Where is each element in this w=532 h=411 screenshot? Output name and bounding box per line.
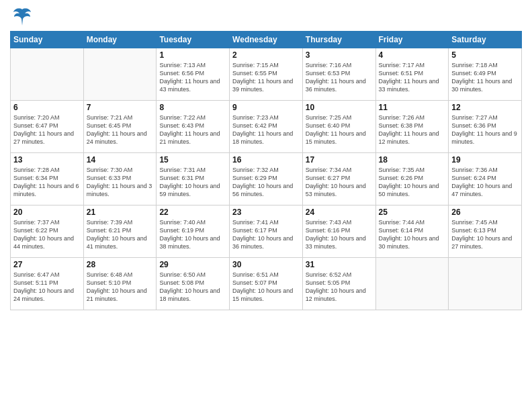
logo-bird-icon	[13, 7, 32, 27]
day-info: Sunrise: 7:44 AM Sunset: 6:14 PM Dayligh…	[379, 218, 446, 251]
day-header-monday: Monday	[83, 32, 157, 48]
day-number: 24	[306, 208, 373, 217]
calendar-week-row: 20Sunrise: 7:37 AM Sunset: 6:22 PM Dayli…	[11, 205, 522, 258]
calendar-cell: 15Sunrise: 7:31 AM Sunset: 6:31 PM Dayli…	[157, 153, 230, 205]
calendar-cell: 7Sunrise: 7:21 AM Sunset: 6:45 PM Daylig…	[83, 101, 157, 153]
calendar-cell	[449, 258, 522, 310]
day-info: Sunrise: 7:22 AM Sunset: 6:43 PM Dayligh…	[159, 113, 226, 146]
day-info: Sunrise: 6:51 AM Sunset: 5:07 PM Dayligh…	[232, 271, 300, 304]
day-number: 12	[451, 103, 519, 112]
calendar-cell: 16Sunrise: 7:32 AM Sunset: 6:29 PM Dayli…	[230, 153, 303, 205]
day-number: 11	[379, 103, 446, 112]
calendar-cell: 24Sunrise: 7:43 AM Sunset: 6:16 PM Dayli…	[302, 205, 375, 258]
day-info: Sunrise: 7:36 AM Sunset: 6:24 PM Dayligh…	[451, 166, 519, 199]
day-info: Sunrise: 7:45 AM Sunset: 6:13 PM Dayligh…	[451, 218, 519, 251]
calendar-cell: 11Sunrise: 7:26 AM Sunset: 6:38 PM Dayli…	[375, 101, 449, 153]
day-number: 6	[13, 103, 81, 112]
calendar-cell: 17Sunrise: 7:34 AM Sunset: 6:27 PM Dayli…	[302, 153, 375, 205]
calendar-cell: 25Sunrise: 7:44 AM Sunset: 6:14 PM Dayli…	[375, 205, 449, 258]
day-header-sunday: Sunday	[11, 32, 84, 48]
day-number: 20	[13, 208, 81, 217]
calendar-week-row: 6Sunrise: 7:20 AM Sunset: 6:47 PM Daylig…	[11, 101, 522, 153]
day-number: 26	[451, 208, 519, 217]
day-info: Sunrise: 7:32 AM Sunset: 6:29 PM Dayligh…	[232, 166, 300, 199]
calendar-week-row: 1Sunrise: 7:13 AM Sunset: 6:56 PM Daylig…	[11, 48, 522, 101]
day-number: 10	[306, 103, 373, 112]
calendar-cell: 10Sunrise: 7:25 AM Sunset: 6:40 PM Dayli…	[302, 101, 375, 153]
day-info: Sunrise: 7:41 AM Sunset: 6:17 PM Dayligh…	[232, 218, 300, 251]
day-number: 14	[87, 155, 154, 165]
calendar-cell	[375, 258, 449, 310]
calendar-cell: 20Sunrise: 7:37 AM Sunset: 6:22 PM Dayli…	[11, 205, 84, 258]
day-info: Sunrise: 6:47 AM Sunset: 5:11 PM Dayligh…	[13, 271, 81, 304]
day-number: 5	[451, 50, 519, 60]
day-info: Sunrise: 7:21 AM Sunset: 6:45 PM Dayligh…	[87, 113, 154, 146]
day-number: 18	[379, 155, 446, 165]
day-info: Sunrise: 7:27 AM Sunset: 6:36 PM Dayligh…	[451, 113, 519, 146]
calendar-cell: 13Sunrise: 7:28 AM Sunset: 6:34 PM Dayli…	[11, 153, 84, 205]
calendar-cell: 1Sunrise: 7:13 AM Sunset: 6:56 PM Daylig…	[157, 48, 230, 101]
calendar-cell: 12Sunrise: 7:27 AM Sunset: 6:36 PM Dayli…	[449, 101, 522, 153]
calendar-cell: 9Sunrise: 7:23 AM Sunset: 6:42 PM Daylig…	[230, 101, 303, 153]
day-info: Sunrise: 7:16 AM Sunset: 6:53 PM Dayligh…	[306, 61, 373, 94]
day-number: 1	[159, 50, 226, 60]
calendar-cell	[11, 48, 84, 101]
calendar-cell: 19Sunrise: 7:36 AM Sunset: 6:24 PM Dayli…	[449, 153, 522, 205]
day-number: 22	[159, 208, 226, 217]
calendar-cell: 6Sunrise: 7:20 AM Sunset: 6:47 PM Daylig…	[11, 101, 84, 153]
calendar-cell: 31Sunrise: 6:52 AM Sunset: 5:05 PM Dayli…	[302, 258, 375, 310]
page-header	[10, 7, 522, 27]
day-info: Sunrise: 7:34 AM Sunset: 6:27 PM Dayligh…	[306, 166, 373, 199]
day-number: 9	[232, 103, 300, 112]
calendar-cell: 27Sunrise: 6:47 AM Sunset: 5:11 PM Dayli…	[11, 258, 84, 310]
day-info: Sunrise: 6:50 AM Sunset: 5:08 PM Dayligh…	[159, 271, 226, 304]
day-info: Sunrise: 7:37 AM Sunset: 6:22 PM Dayligh…	[13, 218, 81, 251]
calendar-table: SundayMondayTuesdayWednesdayThursdayFrid…	[10, 31, 522, 310]
day-info: Sunrise: 7:43 AM Sunset: 6:16 PM Dayligh…	[306, 218, 373, 251]
calendar-cell: 29Sunrise: 6:50 AM Sunset: 5:08 PM Dayli…	[157, 258, 230, 310]
day-number: 21	[87, 208, 154, 217]
day-info: Sunrise: 7:30 AM Sunset: 6:33 PM Dayligh…	[87, 166, 154, 199]
day-number: 8	[159, 103, 226, 112]
day-number: 31	[306, 260, 373, 269]
calendar-cell: 26Sunrise: 7:45 AM Sunset: 6:13 PM Dayli…	[449, 205, 522, 258]
day-number: 23	[232, 208, 300, 217]
day-info: Sunrise: 7:35 AM Sunset: 6:26 PM Dayligh…	[379, 166, 446, 199]
calendar-cell: 4Sunrise: 7:17 AM Sunset: 6:51 PM Daylig…	[375, 48, 449, 101]
day-number: 4	[379, 50, 446, 60]
calendar-week-row: 13Sunrise: 7:28 AM Sunset: 6:34 PM Dayli…	[11, 153, 522, 205]
day-number: 17	[306, 155, 373, 165]
day-info: Sunrise: 7:18 AM Sunset: 6:49 PM Dayligh…	[451, 61, 519, 94]
day-number: 7	[87, 103, 154, 112]
day-info: Sunrise: 7:20 AM Sunset: 6:47 PM Dayligh…	[13, 113, 81, 146]
day-number: 28	[87, 260, 154, 269]
day-info: Sunrise: 7:26 AM Sunset: 6:38 PM Dayligh…	[379, 113, 446, 146]
calendar-cell: 23Sunrise: 7:41 AM Sunset: 6:17 PM Dayli…	[230, 205, 303, 258]
day-number: 29	[159, 260, 226, 269]
day-info: Sunrise: 6:52 AM Sunset: 5:05 PM Dayligh…	[306, 271, 373, 304]
day-info: Sunrise: 6:48 AM Sunset: 5:10 PM Dayligh…	[87, 271, 154, 304]
calendar-cell: 14Sunrise: 7:30 AM Sunset: 6:33 PM Dayli…	[83, 153, 157, 205]
day-info: Sunrise: 7:31 AM Sunset: 6:31 PM Dayligh…	[159, 166, 226, 199]
day-header-thursday: Thursday	[302, 32, 375, 48]
day-info: Sunrise: 7:39 AM Sunset: 6:21 PM Dayligh…	[87, 218, 154, 251]
calendar-cell	[83, 48, 157, 101]
calendar-cell: 2Sunrise: 7:15 AM Sunset: 6:55 PM Daylig…	[230, 48, 303, 101]
day-info: Sunrise: 7:40 AM Sunset: 6:19 PM Dayligh…	[159, 218, 226, 251]
day-number: 13	[13, 155, 81, 165]
day-number: 19	[451, 155, 519, 165]
day-header-tuesday: Tuesday	[157, 32, 230, 48]
day-info: Sunrise: 7:28 AM Sunset: 6:34 PM Dayligh…	[13, 166, 81, 199]
calendar-cell: 18Sunrise: 7:35 AM Sunset: 6:26 PM Dayli…	[375, 153, 449, 205]
day-info: Sunrise: 7:15 AM Sunset: 6:55 PM Dayligh…	[232, 61, 300, 94]
day-number: 27	[13, 260, 81, 269]
calendar-cell: 28Sunrise: 6:48 AM Sunset: 5:10 PM Dayli…	[83, 258, 157, 310]
day-info: Sunrise: 7:17 AM Sunset: 6:51 PM Dayligh…	[379, 61, 446, 94]
calendar-cell: 21Sunrise: 7:39 AM Sunset: 6:21 PM Dayli…	[83, 205, 157, 258]
day-number: 2	[232, 50, 300, 60]
calendar-cell: 22Sunrise: 7:40 AM Sunset: 6:19 PM Dayli…	[157, 205, 230, 258]
logo	[10, 7, 32, 27]
day-number: 25	[379, 208, 446, 217]
calendar-cell: 5Sunrise: 7:18 AM Sunset: 6:49 PM Daylig…	[449, 48, 522, 101]
calendar-cell: 8Sunrise: 7:22 AM Sunset: 6:43 PM Daylig…	[157, 101, 230, 153]
